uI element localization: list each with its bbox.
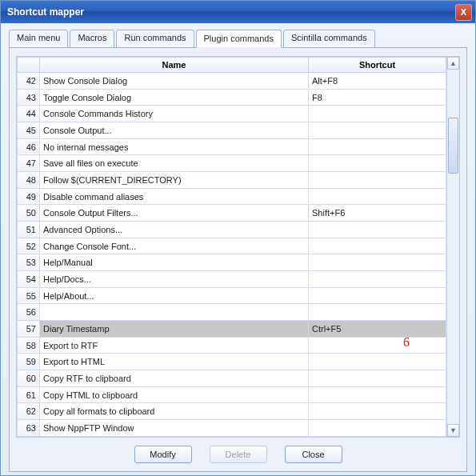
table-row[interactable]: 47Save all files on execute: [18, 155, 446, 172]
row-index: 61: [18, 386, 40, 403]
table-row[interactable]: 49Disable command aliases: [18, 188, 446, 205]
vertical-scrollbar[interactable]: ▲ ▼: [446, 57, 459, 437]
content-area: Main menuMacrosRun commandsPlugin comman…: [1, 23, 475, 475]
table-row[interactable]: 59Export to HTML: [18, 354, 446, 370]
row-shortcut: [309, 304, 446, 321]
table-row[interactable]: 57Diary TimestampCtrl+F5: [18, 321, 446, 338]
row-shortcut: [309, 188, 446, 205]
tab-macros[interactable]: Macros: [70, 30, 114, 48]
table-row[interactable]: 44Console Commands History: [18, 106, 446, 122]
row-index: 43: [18, 89, 40, 106]
row-shortcut: [309, 172, 446, 189]
row-shortcut: [309, 386, 446, 403]
row-shortcut: [309, 337, 446, 354]
modify-button[interactable]: Modify: [134, 446, 192, 463]
row-index: 56: [18, 304, 40, 321]
tab-plugin-commands[interactable]: Plugin commands: [196, 30, 282, 48]
scroll-thumb[interactable]: [448, 118, 458, 174]
row-name: Follow $(CURRENT_DIRECTORY): [40, 172, 309, 189]
table-row[interactable]: 54Help/Docs...: [18, 271, 446, 288]
row-name: Help/About...: [40, 287, 309, 304]
row-index: 42: [18, 73, 40, 90]
table-row[interactable]: 51Advanced Options...: [18, 222, 446, 238]
shortcut-grid[interactable]: Name Shortcut 42Show Console DialogAlt+F…: [17, 57, 446, 437]
column-name-header[interactable]: Name: [40, 58, 309, 73]
tab-run-commands[interactable]: Run commands: [116, 30, 194, 48]
row-index: 46: [18, 138, 40, 155]
row-name: Console Output...: [40, 122, 309, 139]
table-row[interactable]: 53Help/Manual: [18, 254, 446, 271]
corner-header[interactable]: [18, 58, 40, 73]
row-name: Diary Timestamp: [40, 321, 309, 338]
row-name: [40, 304, 309, 321]
row-index: 62: [18, 403, 40, 420]
scroll-down-icon[interactable]: ▼: [447, 424, 459, 437]
row-index: 57: [18, 321, 40, 338]
titlebar[interactable]: Shortcut mapper X: [1, 1, 475, 23]
table-row[interactable]: 50Console Output Filters...Shift+F6: [18, 205, 446, 222]
row-index: 55: [18, 287, 40, 304]
table-row[interactable]: 43Toggle Console DialogF8: [18, 89, 446, 106]
table-row[interactable]: 60Copy RTF to clipboard: [18, 370, 446, 387]
tab-scintilla-commands[interactable]: Scintilla commands: [283, 30, 375, 48]
table-row[interactable]: 62Copy all formats to clipboard: [18, 403, 446, 420]
column-shortcut-header[interactable]: Shortcut: [309, 58, 446, 73]
row-index: 53: [18, 254, 40, 271]
row-name: Help/Manual: [40, 254, 309, 271]
delete-button: Delete: [210, 446, 267, 463]
row-shortcut: [309, 354, 446, 370]
button-row: Modify Delete Close: [16, 438, 460, 466]
row-index: 49: [18, 188, 40, 205]
tab-main-menu[interactable]: Main menu: [9, 30, 68, 48]
row-index: 50: [18, 205, 40, 222]
row-index: 44: [18, 106, 40, 122]
table-row[interactable]: 55Help/About...: [18, 287, 446, 304]
table-row[interactable]: 46No internal messages: [18, 138, 446, 155]
shortcut-mapper-window: Shortcut mapper X Main menuMacrosRun com…: [0, 0, 476, 476]
table-row[interactable]: 56: [18, 304, 446, 321]
row-shortcut: Alt+F8: [309, 73, 446, 90]
row-shortcut: [309, 403, 446, 420]
table-row[interactable]: 48Follow $(CURRENT_DIRECTORY): [18, 172, 446, 189]
row-index: 47: [18, 155, 40, 172]
row-name: Export to HTML: [40, 354, 309, 370]
row-index: 58: [18, 337, 40, 354]
row-name: Copy all formats to clipboard: [40, 403, 309, 420]
row-name: Help/Docs...: [40, 271, 309, 288]
table-row[interactable]: 58Export to RTF: [18, 337, 446, 354]
row-shortcut: F8: [309, 89, 446, 106]
row-name: Save all files on execute: [40, 155, 309, 172]
row-name: Console Commands History: [40, 106, 309, 122]
row-index: 52: [18, 238, 40, 254]
row-shortcut: [309, 122, 446, 139]
row-index: 59: [18, 354, 40, 370]
row-shortcut: [309, 420, 446, 437]
close-icon[interactable]: X: [455, 4, 472, 21]
row-index: 48: [18, 172, 40, 189]
tab-panel: Name Shortcut 42Show Console DialogAlt+F…: [9, 47, 467, 472]
row-shortcut: [309, 254, 446, 271]
row-name: Console Output Filters...: [40, 205, 309, 222]
scroll-track[interactable]: [447, 70, 459, 424]
row-shortcut: [309, 155, 446, 172]
row-shortcut: [309, 271, 446, 288]
scroll-up-icon[interactable]: ▲: [447, 57, 459, 70]
row-name: Show Console Dialog: [40, 73, 309, 90]
table-row[interactable]: 42Show Console DialogAlt+F8: [18, 73, 446, 90]
table-row[interactable]: 52Change Console Font...: [18, 238, 446, 254]
close-button[interactable]: Close: [285, 446, 342, 463]
row-name: Show NppFTP Window: [40, 420, 309, 437]
row-shortcut: [309, 222, 446, 238]
tab-bar: Main menuMacrosRun commandsPlugin comman…: [9, 30, 467, 48]
row-name: Disable command aliases: [40, 188, 309, 205]
table-row[interactable]: 63Show NppFTP Window: [18, 420, 446, 437]
row-shortcut: [309, 138, 446, 155]
table-row[interactable]: 45Console Output...: [18, 122, 446, 139]
row-shortcut: [309, 287, 446, 304]
table-row[interactable]: 61Copy HTML to clipboard: [18, 386, 446, 403]
row-name: Export to RTF: [40, 337, 309, 354]
row-index: 45: [18, 122, 40, 139]
row-shortcut: [309, 238, 446, 254]
row-index: 60: [18, 370, 40, 387]
shortcut-grid-wrap: Name Shortcut 42Show Console DialogAlt+F…: [16, 56, 460, 438]
